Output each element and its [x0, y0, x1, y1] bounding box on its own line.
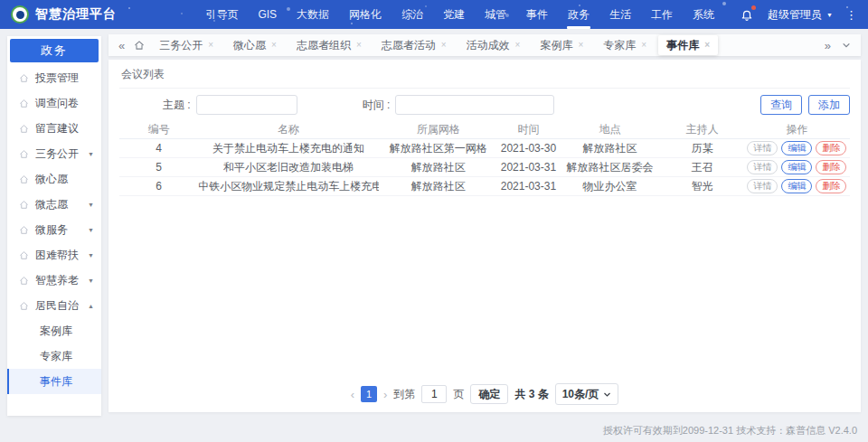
sidebar-item-suggestion[interactable]: 留言建议 — [7, 116, 101, 141]
cell-host: 王召 — [661, 158, 744, 177]
goto-suffix-label: 页 — [453, 387, 464, 402]
sidebar-item-assist[interactable]: 困难帮扶 ▼ — [7, 242, 101, 268]
sidebar-header-zhengwu[interactable]: 政务 — [10, 39, 99, 62]
next-page-icon[interactable]: › — [383, 389, 387, 400]
sidebar-item-service[interactable]: 微服务 ▼ — [7, 217, 101, 242]
sidebar-item-volunteer[interactable]: 微志愿 ▼ — [7, 192, 101, 217]
edit-button[interactable]: 编辑 — [781, 179, 812, 193]
confirm-button[interactable]: 确定 — [470, 384, 508, 404]
nav-item-shenghuo[interactable]: 生活 — [599, 0, 641, 29]
close-icon[interactable]: × — [271, 41, 277, 50]
time-input[interactable] — [395, 95, 554, 115]
tab-volunteer-org[interactable]: 志愿者组织× — [288, 35, 370, 55]
house-icon — [19, 99, 29, 108]
close-icon[interactable]: × — [641, 41, 646, 50]
house-icon — [19, 73, 29, 83]
tab-weixinyuan[interactable]: 微心愿× — [225, 35, 285, 55]
nav-item-gongzuo[interactable]: 工作 — [641, 0, 683, 29]
user-menu[interactable]: 超级管理员 ▼ — [768, 7, 833, 23]
subject-label: 主题 : — [163, 98, 191, 113]
nav-item-dangjian[interactable]: 党建 — [433, 0, 475, 29]
search-form: 主题 : 时间 : 查询 添加 — [119, 95, 850, 115]
nav-item-gis[interactable]: GIS — [248, 0, 287, 29]
close-icon[interactable]: × — [208, 41, 213, 50]
cell-grid: 解放路社区第一网格 — [379, 139, 498, 158]
detail-button[interactable]: 详情 — [747, 141, 778, 155]
nav-item-zhengwu[interactable]: 政务 — [558, 0, 599, 29]
edit-button[interactable]: 编辑 — [781, 141, 812, 155]
caret-down-icon: ▼ — [88, 151, 94, 157]
home-icon[interactable] — [129, 40, 149, 51]
search-button[interactable]: 查询 — [760, 95, 802, 115]
nav-item-guide-page[interactable]: 引导页 — [195, 0, 248, 29]
caret-up-icon: ▲ — [88, 303, 94, 309]
nav-item-grid[interactable]: 网格化 — [339, 0, 392, 29]
nav-item-chengguan[interactable]: 城管 — [475, 0, 516, 29]
add-button[interactable]: 添加 — [808, 95, 850, 115]
sidebar-subitem-expert-library[interactable]: 专家库 — [7, 343, 101, 369]
close-icon[interactable]: × — [578, 41, 583, 50]
detail-button[interactable]: 详情 — [747, 160, 778, 174]
tab-volunteer-activity[interactable]: 志愿者活动× — [373, 35, 455, 55]
app-window: 智慧治理平台 引导页 GIS 大数据 网格化 综治 党建 城管 事件 政务 生活… — [0, 0, 868, 442]
sidebar-item-autonomy[interactable]: 居民自治 ▲ — [7, 293, 101, 318]
sidebar-item-survey[interactable]: 调查问卷 — [7, 90, 101, 116]
tab-activity-result[interactable]: 活动成效× — [458, 35, 529, 55]
tab-expert-library[interactable]: 专家库× — [595, 35, 655, 55]
sidebar-item-elderly[interactable]: 智慧养老 ▼ — [7, 268, 101, 293]
detail-button[interactable]: 详情 — [747, 179, 778, 193]
nav-item-bigdata[interactable]: 大数据 — [287, 0, 339, 29]
cell-place: 物业办公室 — [559, 177, 660, 196]
delete-button[interactable]: 删除 — [816, 141, 846, 155]
tab-case-library[interactable]: 案例库× — [532, 35, 591, 55]
nav-item-zongzhi[interactable]: 综治 — [392, 0, 433, 29]
sidebar: 政务 投票管理 调查问卷 留言建议 三务公开 ▼ 微心愿 微志愿 — [7, 36, 101, 416]
goto-page-input[interactable] — [421, 385, 447, 403]
tab-event-library[interactable]: 事件库× — [658, 35, 718, 55]
more-options-icon[interactable]: ⋮ — [845, 8, 857, 22]
tabs-dropdown-icon[interactable] — [837, 41, 855, 50]
time-label: 时间 : — [363, 98, 391, 113]
notification-bell-icon[interactable] — [741, 8, 753, 22]
close-icon[interactable]: × — [356, 41, 362, 50]
delete-button[interactable]: 删除 — [816, 179, 846, 193]
nav-item-shijian[interactable]: 事件 — [516, 0, 558, 29]
subject-input[interactable] — [196, 95, 297, 115]
prev-page-icon[interactable]: ‹ — [351, 389, 354, 400]
close-icon[interactable]: × — [515, 41, 521, 50]
sidebar-item-wish[interactable]: 微心愿 — [7, 166, 101, 192]
sidebar-item-sanwu[interactable]: 三务公开 ▼ — [7, 141, 101, 166]
user-name: 超级管理员 — [768, 7, 822, 23]
house-icon — [19, 301, 29, 311]
house-icon — [19, 124, 29, 134]
cell-host: 历某 — [661, 139, 744, 158]
delete-button[interactable]: 删除 — [816, 160, 846, 174]
cell-id: 6 — [119, 177, 198, 196]
page-size-select[interactable]: 10条/页 — [555, 383, 619, 405]
cell-name: 和平小区老旧改造加装电梯 — [198, 158, 379, 177]
close-icon[interactable]: × — [441, 41, 447, 50]
house-icon — [19, 149, 29, 159]
sidebar-item-voting[interactable]: 投票管理 — [7, 65, 101, 90]
chevrons-left-icon[interactable]: « — [114, 40, 129, 52]
sidebar-subitem-case-library[interactable]: 案例库 — [7, 318, 101, 343]
close-icon[interactable]: × — [704, 41, 710, 50]
tab-sanwugongkai[interactable]: 三务公开× — [151, 35, 222, 55]
edit-button[interactable]: 编辑 — [781, 160, 812, 174]
open-tabs-bar: « 三务公开× 微心愿× 志愿者组织× 志愿者活动× 活动成效× 案例库× 专家… — [108, 34, 861, 56]
cell-time: 2021-03-30 — [498, 139, 560, 158]
chevrons-right-icon[interactable]: » — [820, 40, 835, 52]
page-1-button[interactable]: 1 — [361, 386, 377, 402]
cell-name: 中铁小区物业规定禁止电动车上楼充电的通知 — [198, 177, 379, 196]
sidebar-subitem-event-library[interactable]: 事件库 — [7, 369, 101, 394]
cell-actions: 详情编辑删除 — [744, 139, 850, 158]
cell-time: 2021-03-31 — [498, 158, 560, 177]
goto-prefix-label: 到第 — [393, 387, 415, 402]
caret-down-icon: ▼ — [88, 227, 94, 233]
table-row: 5 和平小区老旧改造加装电梯 解放路社区 2021-03-31 解放路社区居委会… — [119, 158, 850, 177]
nav-item-xitong[interactable]: 系统 — [683, 0, 724, 29]
col-header-host: 主持人 — [661, 120, 744, 139]
cell-id: 4 — [119, 139, 198, 158]
house-icon — [19, 225, 29, 235]
caret-down-icon: ▼ — [88, 252, 94, 259]
